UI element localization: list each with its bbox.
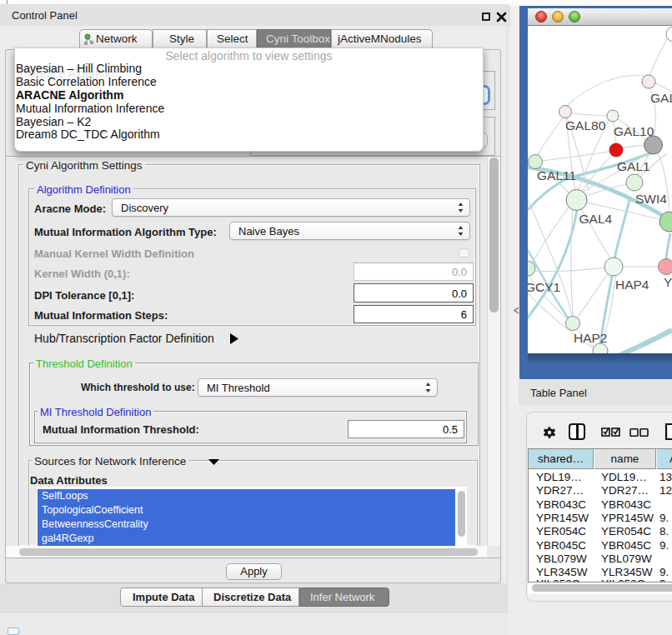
svg-text:GAL10: GAL10 (614, 124, 654, 138)
svg-text:GCY1: GCY1 (528, 280, 560, 294)
svg-text:GAL1: GAL1 (617, 159, 650, 173)
svg-text:GAL11: GAL11 (537, 168, 576, 182)
svg-text:HAP2: HAP2 (574, 331, 608, 345)
svg-text:GAL80: GAL80 (565, 118, 606, 132)
svg-text:Y: Y (664, 275, 672, 289)
svg-text:GAL7: GAL7 (650, 91, 672, 105)
svg-text:SWI4: SWI4 (635, 192, 667, 206)
svg-text:HAP4: HAP4 (615, 278, 649, 292)
svg-text:GAL4: GAL4 (579, 212, 613, 226)
